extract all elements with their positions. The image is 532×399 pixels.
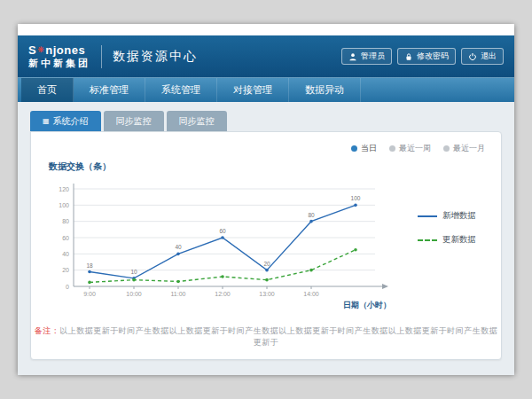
logout-button[interactable]: 退出 (461, 48, 504, 65)
svg-text:18: 18 (86, 262, 93, 269)
legend-updated-data: 更新数据 (418, 234, 476, 246)
svg-text:10:00: 10:00 (126, 291, 142, 297)
footnote: 备注：以上数据更新于时间产生数据以上数据更新于时间产生数据以上数据更新于时间产生… (31, 325, 501, 348)
page-top-margin (18, 24, 514, 35)
admin-user-label: 管理员 (361, 51, 385, 62)
filter-last-month[interactable]: 最近一月 (443, 143, 485, 154)
app-header: S❋njones 新中新集团 数据资源中心 管理员 修改密码 退出 (18, 35, 514, 77)
svg-text:100: 100 (59, 202, 69, 208)
filter-label: 最近一月 (453, 143, 485, 154)
svg-text:11:00: 11:00 (171, 291, 186, 297)
filter-last-week[interactable]: 最近一周 (389, 143, 431, 154)
svg-text:10: 10 (130, 269, 137, 275)
nav-item-data-change[interactable]: 数据异动 (289, 78, 361, 102)
logo-text-part2: njones (45, 43, 85, 57)
header-divider (101, 45, 102, 68)
series-legend: 新增数据 更新数据 (418, 210, 476, 246)
main-nav: 首页 标准管理 系统管理 对接管理 数据异动 (18, 77, 514, 102)
legend-new-data: 新增数据 (418, 210, 476, 222)
filter-label: 最近一周 (399, 143, 431, 154)
tab-bar: ▦ 系统介绍 同步监控 同步监控 (30, 111, 502, 131)
svg-text:20: 20 (62, 267, 69, 273)
svg-text:40: 40 (175, 244, 182, 250)
logo-star-icon: ❋ (37, 45, 44, 54)
admin-user-button[interactable]: 管理员 (341, 48, 392, 65)
radio-dot-icon (351, 145, 357, 152)
line-chart: 0204060801001209:0010:0011:0012:0013:001… (43, 175, 416, 312)
svg-text:14:00: 14:00 (303, 291, 319, 297)
power-icon (468, 52, 477, 61)
nav-item-system-mgmt[interactable]: 系统管理 (145, 78, 217, 102)
tab-label: 同步监控 (179, 115, 215, 128)
filter-today[interactable]: 当日 (351, 143, 377, 154)
svg-text:80: 80 (308, 212, 315, 218)
svg-text:100: 100 (351, 195, 361, 201)
app-title: 数据资源中心 (113, 49, 198, 65)
svg-text:9:00: 9:00 (83, 291, 96, 297)
brand-logo: S❋njones 新中新集团 (28, 44, 90, 68)
svg-text:0: 0 (66, 284, 69, 290)
chart-panel: 当日 最近一周 最近一月 数据交换（条） 0204060801001209:00… (30, 131, 502, 360)
dashed-line-swatch (418, 239, 437, 241)
radio-dot-icon (443, 145, 450, 152)
svg-text:60: 60 (219, 228, 226, 234)
change-password-button[interactable]: 修改密码 (397, 48, 456, 65)
grid-icon: ▦ (43, 118, 50, 125)
tab-sync-monitor-1[interactable]: 同步监控 (104, 111, 164, 131)
footnote-prefix: 备注： (35, 326, 60, 335)
svg-text:12:00: 12:00 (215, 291, 231, 297)
change-password-label: 修改密码 (417, 51, 449, 62)
app-window: S❋njones 新中新集团 数据资源中心 管理员 修改密码 退出 首页 标准管… (18, 24, 514, 374)
tab-label: 系统介绍 (53, 115, 89, 128)
svg-text:20: 20 (263, 261, 270, 267)
svg-text:日期（小时）: 日期（小时） (343, 301, 391, 309)
svg-text:80: 80 (62, 218, 69, 224)
user-icon (348, 52, 357, 61)
svg-text:13:00: 13:00 (259, 291, 275, 297)
content-area: ▦ 系统介绍 同步监控 同步监控 当日 最近一周 (18, 102, 514, 375)
svg-text:120: 120 (59, 186, 69, 192)
logout-label: 退出 (481, 51, 497, 62)
lock-icon (404, 52, 413, 61)
tab-label: 同步监控 (116, 115, 152, 128)
period-filter-group: 当日 最近一周 最近一月 (351, 143, 485, 154)
nav-item-connection-mgmt[interactable]: 对接管理 (217, 78, 289, 102)
filter-label: 当日 (361, 143, 377, 154)
nav-item-standard-mgmt[interactable]: 标准管理 (74, 78, 145, 102)
chart-row: 0204060801001209:0010:0011:0012:0013:001… (43, 175, 489, 312)
footnote-text: 以上数据更新于时间产生数据以上数据更新于时间产生数据以上数据更新于时间产生数据以… (59, 326, 497, 347)
brand-logo-text: S❋njones (28, 44, 90, 56)
y-axis-title: 数据交换（条） (49, 160, 489, 173)
legend-label: 新增数据 (442, 210, 476, 222)
brand-logo-subtext: 新中新集团 (28, 59, 90, 68)
header-account-area: 管理员 修改密码 退出 (341, 48, 504, 65)
logo-text-part1: S (28, 43, 36, 57)
tab-system-intro[interactable]: ▦ 系统介绍 (30, 111, 101, 131)
nav-item-home[interactable]: 首页 (21, 78, 74, 102)
solid-line-swatch (418, 215, 437, 217)
svg-text:40: 40 (62, 251, 69, 257)
svg-text:60: 60 (62, 235, 69, 241)
tab-sync-monitor-2[interactable]: 同步监控 (167, 111, 227, 131)
radio-dot-icon (389, 145, 395, 152)
legend-label: 更新数据 (442, 234, 476, 246)
